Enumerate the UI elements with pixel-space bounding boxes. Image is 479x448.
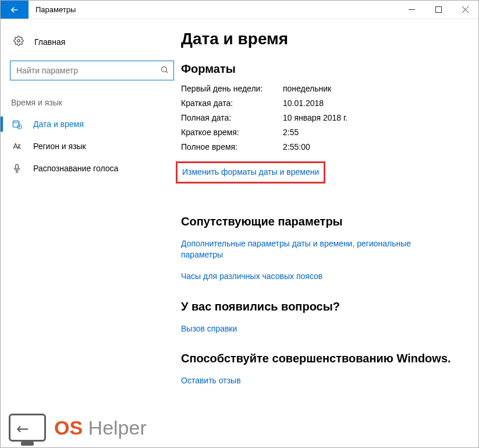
format-value: 10 января 2018 г. [283, 113, 347, 122]
microphone-icon [11, 163, 23, 174]
format-label: Краткая дата: [181, 98, 283, 108]
format-label: Полное время: [181, 142, 283, 151]
format-value: понедельник [283, 84, 331, 93]
layout: Главная Время и язык Дата и время Регион… [1, 19, 478, 447]
section-help: У вас появились вопросы? Вызов справки [181, 300, 462, 336]
format-row-first-day: Первый день недели: понедельник [181, 84, 462, 93]
change-formats-link[interactable]: Изменить форматы даты и времени [182, 165, 319, 179]
sidebar: Главная Время и язык Дата и время Регион… [1, 19, 181, 447]
minimize-icon [409, 6, 415, 13]
cursor-arrow-icon: ↖ [12, 418, 33, 440]
monitor-icon: ↖ [9, 414, 46, 442]
maximize-icon [435, 6, 442, 13]
close-button[interactable] [452, 1, 478, 19]
format-row-long-time: Полное время: 2:55:00 [181, 142, 462, 151]
sidebar-item-region-language[interactable]: Регион и язык [1, 135, 181, 157]
section-formats: Форматы Первый день недели: понедельник … [181, 62, 462, 199]
sidebar-item-date-time[interactable]: Дата и время [1, 113, 181, 135]
gear-icon [13, 36, 25, 48]
watermark-helper: Helper [83, 417, 147, 439]
arrow-left-icon [9, 5, 20, 15]
help-heading: У вас появились вопросы? [181, 300, 462, 313]
svg-rect-0 [435, 7, 441, 13]
format-value: 2:55:00 [283, 142, 310, 151]
watermark-os: OS [54, 417, 83, 439]
svg-rect-5 [16, 164, 19, 169]
sidebar-home[interactable]: Главная [1, 31, 181, 52]
format-value: 2:55 [283, 128, 299, 137]
sidebar-item-speech[interactable]: Распознавание голоса [1, 157, 181, 179]
close-icon [462, 6, 469, 13]
feedback-link[interactable]: Оставить отзыв [181, 373, 241, 388]
back-button[interactable] [1, 1, 29, 19]
search-box[interactable] [10, 61, 174, 80]
content: Дата и время Форматы Первый день недели:… [181, 19, 478, 447]
calendar-clock-icon [11, 119, 23, 129]
format-row-short-time: Краткое время: 2:55 [181, 128, 462, 137]
window-title: Параметры [29, 1, 83, 19]
svg-point-2 [162, 67, 167, 72]
format-row-long-date: Полная дата: 10 января 2018 г. [181, 113, 462, 122]
sidebar-home-label: Главная [34, 37, 65, 47]
related-heading: Сопутствующие параметры [181, 215, 462, 228]
watermark-text: OS Helper [54, 417, 147, 439]
format-row-short-date: Краткая дата: 10.01.2018 [181, 98, 462, 108]
svg-rect-3 [13, 121, 19, 128]
related-link-clocks[interactable]: Часы для различных часовых поясов [181, 269, 322, 284]
related-link-additional[interactable]: Дополнительные параметры даты и времени,… [181, 237, 431, 262]
format-label: Полная дата: [181, 113, 283, 122]
feedback-heading: Способствуйте совершенствованию Windows. [181, 352, 462, 365]
format-label: Краткое время: [181, 128, 283, 137]
minimize-button[interactable] [398, 1, 425, 19]
format-value: 10.01.2018 [283, 98, 324, 108]
formats-heading: Форматы [181, 62, 462, 76]
titlebar: Параметры [1, 1, 478, 19]
maximize-button[interactable] [425, 1, 452, 19]
sidebar-item-label: Регион и язык [33, 142, 86, 151]
page-title: Дата и время [181, 30, 462, 48]
sidebar-section-header: Время и язык [1, 93, 181, 113]
sidebar-item-label: Дата и время [33, 119, 84, 129]
highlighted-link-box: Изменить форматы даты и времени [176, 161, 325, 184]
titlebar-spacer [83, 1, 398, 19]
sidebar-item-label: Распознавание голоса [33, 164, 118, 173]
section-related: Сопутствующие параметры Дополнительные п… [181, 215, 462, 284]
svg-point-1 [17, 40, 20, 43]
search-input[interactable] [16, 66, 160, 75]
search-icon [160, 65, 169, 76]
section-feedback: Способствуйте совершенствованию Windows.… [181, 352, 462, 388]
format-label: Первый день недели: [181, 84, 283, 93]
help-link[interactable]: Вызов справки [181, 322, 237, 336]
language-icon [11, 141, 23, 151]
watermark-logo: ↖ OS Helper [9, 414, 147, 442]
